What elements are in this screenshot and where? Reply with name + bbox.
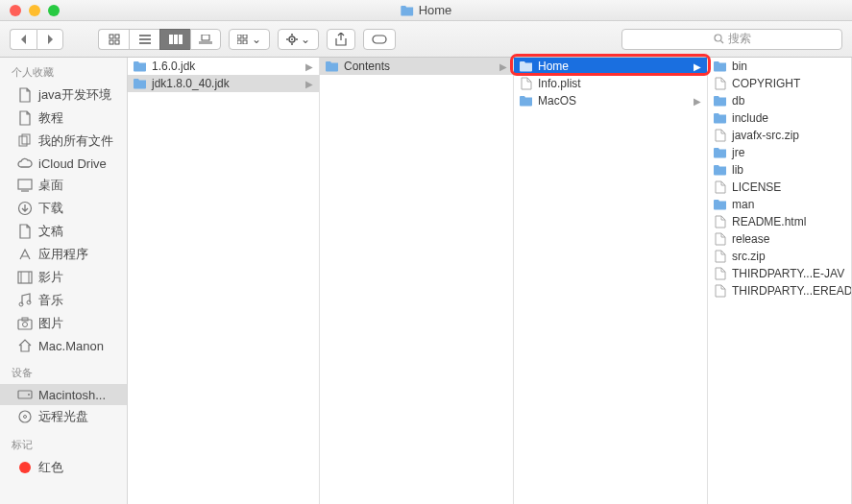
- sidebar-item[interactable]: 我的所有文件: [0, 130, 127, 153]
- search-input[interactable]: 搜索: [621, 29, 842, 50]
- folder-icon: [714, 111, 727, 125]
- desktop-icon: [17, 178, 33, 193]
- file-icon: [714, 180, 727, 194]
- file-item[interactable]: Info.plist: [514, 75, 707, 92]
- tag-red-icon: [17, 460, 33, 475]
- window-title-text: Home: [419, 3, 452, 17]
- file-item[interactable]: javafx-src.zip: [708, 127, 851, 144]
- folder-icon: [401, 5, 414, 16]
- svg-point-24: [715, 35, 721, 41]
- folder-item[interactable]: include: [708, 109, 851, 127]
- doc-icon: [17, 110, 33, 126]
- folder-icon: [714, 94, 727, 108]
- folder-item[interactable]: MacOS▶: [514, 92, 707, 109]
- sidebar: 个人收藏java开发环境教程我的所有文件iCloud Drive桌面下载文稿应用…: [0, 58, 128, 504]
- app-icon: [17, 247, 33, 262]
- column-2: Home▶Info.plistMacOS▶: [514, 58, 708, 504]
- file-item[interactable]: THIRDPARTY...EREAD: [708, 282, 851, 300]
- svg-rect-7: [169, 35, 173, 44]
- item-label: bin: [732, 60, 747, 73]
- file-icon: [714, 284, 727, 298]
- svg-rect-14: [243, 35, 247, 38]
- window-title: Home: [401, 3, 452, 17]
- sidebar-item[interactable]: 影片: [0, 266, 127, 289]
- file-item[interactable]: COPYRIGHT: [708, 75, 851, 92]
- maximize-window-button[interactable]: [48, 5, 60, 16]
- item-label: release: [732, 232, 769, 246]
- list-view-button[interactable]: [129, 29, 159, 50]
- sidebar-item[interactable]: 红色: [0, 456, 127, 479]
- file-item[interactable]: LICENSE: [708, 179, 851, 196]
- file-item[interactable]: release: [708, 230, 851, 248]
- item-label: man: [732, 198, 754, 211]
- sidebar-item[interactable]: 音乐: [0, 289, 127, 312]
- sidebar-section-header: 标记: [0, 436, 127, 456]
- sidebar-item[interactable]: java开发环境: [0, 84, 127, 107]
- folder-icon: [326, 60, 339, 73]
- item-label: LICENSE: [732, 180, 781, 194]
- minimize-window-button[interactable]: [29, 5, 40, 16]
- folder-item[interactable]: lib: [708, 161, 851, 179]
- item-label: THIRDPARTY...E-JAV: [732, 267, 844, 280]
- svg-rect-2: [110, 40, 113, 44]
- svg-rect-23: [373, 36, 386, 43]
- forward-button[interactable]: [37, 29, 63, 50]
- svg-rect-0: [110, 35, 113, 38]
- arrange-button[interactable]: ⌄: [229, 29, 270, 50]
- view-mode-group: [98, 29, 221, 50]
- svg-rect-16: [243, 40, 247, 44]
- share-button[interactable]: [327, 29, 355, 50]
- sidebar-item[interactable]: Mac.Manon: [0, 335, 127, 356]
- item-label: jre: [732, 146, 744, 159]
- item-label: javafx-src.zip: [732, 129, 799, 142]
- sidebar-item[interactable]: 文稿: [0, 220, 127, 243]
- sidebar-item[interactable]: 桌面: [0, 174, 127, 197]
- folder-item[interactable]: Contents▶: [320, 58, 513, 75]
- chevron-right-icon: ▶: [305, 61, 313, 72]
- sidebar-item[interactable]: Macintosh...: [0, 384, 127, 405]
- sidebar-item[interactable]: 远程光盘: [0, 405, 127, 428]
- file-icon: [714, 215, 727, 228]
- movie-icon: [17, 270, 33, 285]
- file-item[interactable]: src.zip: [708, 248, 851, 265]
- folder-item[interactable]: Home▶: [514, 58, 707, 75]
- folder-item[interactable]: 1.6.0.jdk▶: [128, 58, 319, 75]
- svg-rect-15: [237, 40, 241, 44]
- file-item[interactable]: README.html: [708, 213, 851, 230]
- item-label: db: [732, 94, 744, 108]
- coverflow-view-button[interactable]: [190, 29, 221, 50]
- item-label: Home: [538, 60, 569, 73]
- disc-icon: [17, 409, 33, 424]
- folder-item[interactable]: man: [708, 196, 851, 213]
- svg-point-37: [23, 323, 28, 327]
- sidebar-item[interactable]: 图片: [0, 312, 127, 335]
- folder-item[interactable]: jre: [708, 144, 851, 161]
- back-button[interactable]: [10, 29, 37, 50]
- icon-view-button[interactable]: [98, 29, 129, 50]
- item-label: src.zip: [732, 250, 766, 263]
- sidebar-section-header: 个人收藏: [0, 63, 127, 84]
- column-3: binCOPYRIGHTdbincludejavafx-src.zipjreli…: [708, 58, 852, 504]
- file-item[interactable]: THIRDPARTY...E-JAV: [708, 265, 851, 282]
- item-label: Contents: [344, 60, 390, 73]
- sidebar-item[interactable]: 下载: [0, 197, 127, 220]
- download-icon: [17, 201, 33, 216]
- file-icon: [714, 232, 727, 246]
- sidebar-item-label: 桌面: [38, 177, 63, 194]
- sidebar-item[interactable]: 教程: [0, 107, 127, 130]
- tag-button[interactable]: [363, 29, 396, 50]
- folder-icon: [714, 60, 727, 73]
- sidebar-item[interactable]: iCloud Drive: [0, 153, 127, 174]
- folder-item[interactable]: jdk1.8.0_40.jdk▶: [128, 75, 319, 92]
- folder-item[interactable]: db: [708, 92, 851, 109]
- folder-item[interactable]: bin: [708, 58, 851, 75]
- column-view-button[interactable]: [159, 29, 190, 50]
- chevron-right-icon: ▶: [499, 61, 507, 72]
- action-button[interactable]: ⌄: [278, 29, 319, 50]
- sidebar-item-label: Macintosh...: [38, 388, 106, 402]
- item-label: 1.6.0.jdk: [152, 60, 195, 73]
- close-window-button[interactable]: [10, 5, 21, 16]
- sidebar-item[interactable]: 应用程序: [0, 243, 127, 266]
- svg-rect-13: [237, 35, 241, 38]
- music-icon: [17, 293, 33, 308]
